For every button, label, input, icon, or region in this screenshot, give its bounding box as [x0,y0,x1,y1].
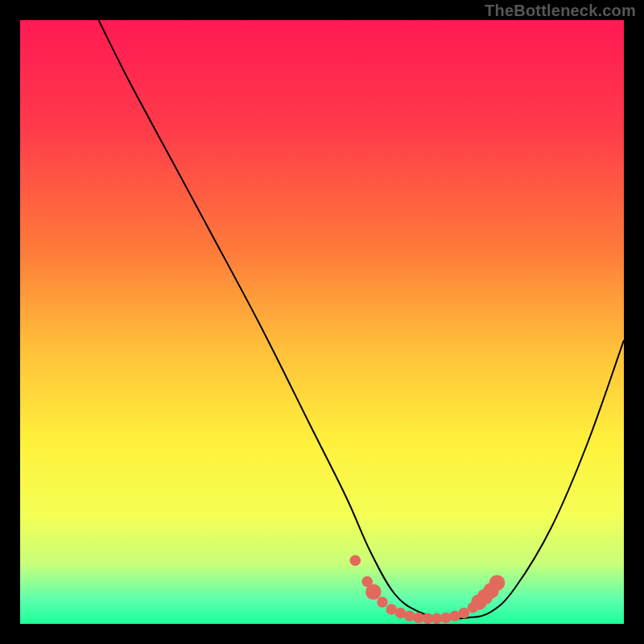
highlight-dot [440,613,452,624]
plot-area [20,20,624,624]
chart-frame: TheBottleneck.com [0,0,644,644]
attribution-label: TheBottleneck.com [485,2,636,20]
bottleneck-chart [20,20,624,624]
highlight-dot [404,611,415,622]
highlight-dot [377,597,388,608]
gradient-background [20,20,624,624]
highlight-dot [350,555,361,567]
highlight-dot [489,575,506,591]
highlight-dot [365,584,382,601]
